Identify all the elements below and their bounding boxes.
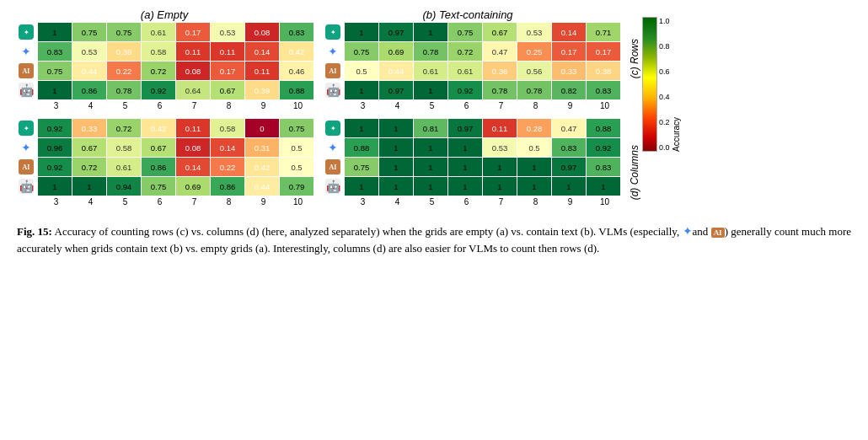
heatmap-cell: 0.22 bbox=[107, 62, 141, 80]
heatmap-cell: 1 bbox=[517, 177, 551, 196]
heatmap-cell: 0.56 bbox=[517, 62, 551, 80]
heatmap-cell: 1 bbox=[379, 138, 413, 157]
colorbar-ticks: 1.0 0.8 0.6 0.4 0.2 0.0 bbox=[657, 17, 670, 152]
heatmap-cell: 0.61 bbox=[142, 23, 175, 41]
heatmap-cell: 0.86 bbox=[72, 81, 106, 99]
heatmap-cell: 0.75 bbox=[72, 23, 106, 41]
heatmap-cell: 0.78 bbox=[517, 81, 551, 99]
heatmap-cell: 1 bbox=[345, 23, 378, 41]
heatmap-cell: 0.58 bbox=[211, 119, 244, 137]
icon-robot-row: 🤖 bbox=[17, 81, 35, 99]
x-axis-empty-rows: 3 4 5 6 7 8 9 10 bbox=[17, 101, 315, 110]
heatmap-cell: 0.88 bbox=[280, 81, 313, 99]
heatmap-cell: 0.33 bbox=[552, 62, 586, 80]
icon-gemini-row2: ✦ bbox=[324, 42, 342, 61]
main-container: (a) Empty (b) Text-containing ✦ ✦ AI 🤖 bbox=[17, 8, 851, 257]
heatmap-cell: 0.83 bbox=[38, 42, 72, 61]
heatmap-cell: 0.17 bbox=[176, 23, 210, 41]
heatmap-cell: 0.92 bbox=[38, 158, 72, 176]
heatmap-cell: 0.75 bbox=[38, 62, 72, 80]
heatmap-cell: 0.92 bbox=[448, 81, 482, 99]
heatmap-cell: 1 bbox=[483, 177, 517, 196]
heatmap-cell: 0.47 bbox=[483, 42, 517, 61]
heatmap-text-cols: ✦ ✦ AI 🤖 110.810.970.110.280.470.880.881… bbox=[324, 119, 622, 207]
heatmap-grid-empty-rows: 10.750.750.610.170.530.080.830.830.530.3… bbox=[38, 23, 313, 99]
icon-claude-row2: AI bbox=[324, 62, 342, 80]
title-text-containing: (b) Text-containing bbox=[320, 8, 615, 21]
heatmap-cell: 1 bbox=[72, 177, 106, 196]
heatmap-cell: 1 bbox=[38, 177, 72, 196]
heatmap-cell: 0.88 bbox=[587, 119, 620, 137]
icon-claude-col2: AI bbox=[324, 158, 342, 176]
heatmap-cell: 1 bbox=[345, 177, 378, 196]
x-axis-text-rows: 3 4 5 6 7 8 9 10 bbox=[324, 101, 622, 110]
heatmap-cell: 0.38 bbox=[587, 62, 620, 80]
heatmap-cell: 0.94 bbox=[107, 177, 141, 196]
heatmap-cell: 0.97 bbox=[448, 119, 482, 137]
heatmap-cell: 1 bbox=[448, 177, 482, 196]
icon-robot-col2: 🤖 bbox=[324, 177, 342, 196]
tick-06: 0.6 bbox=[659, 67, 670, 76]
heatmap-cell: 0.64 bbox=[176, 81, 210, 99]
heatmap-cell: 0.72 bbox=[72, 158, 106, 176]
heatmap-cell: 0.78 bbox=[483, 81, 517, 99]
heatmap-cell: 0.67 bbox=[142, 138, 175, 157]
heatmap-cell: 0.17 bbox=[552, 42, 586, 61]
colorbar-title: Accuracy bbox=[672, 17, 681, 152]
heatmap-cell: 0.72 bbox=[448, 42, 482, 61]
heatmap-cell: 0.5 bbox=[517, 138, 551, 157]
heatmap-cell: 1 bbox=[448, 138, 482, 157]
icon-gemini-row: ✦ bbox=[17, 42, 35, 61]
heatmap-cell: 0.58 bbox=[107, 138, 141, 157]
icon-gemini-col: ✦ bbox=[17, 138, 35, 157]
heatmap-cell: 0.39 bbox=[107, 42, 141, 61]
heatmap-text-rows: ✦ ✦ AI 🤖 10.9710.750.670.530.140.710.750… bbox=[324, 23, 622, 110]
heatmap-cell: 0.5 bbox=[280, 138, 313, 157]
heatmap-cell: 0.82 bbox=[552, 81, 586, 99]
heatmap-cell: 0.17 bbox=[211, 62, 244, 80]
heatmap-cell: 0.67 bbox=[211, 81, 244, 99]
heatmap-cell: 0.75 bbox=[345, 42, 378, 61]
heatmap-cell: 0.14 bbox=[176, 158, 210, 176]
heatmap-cell: 0.5 bbox=[345, 62, 378, 80]
icon-gpt-col: ✦ bbox=[17, 119, 35, 137]
heatmap-cell: 0.96 bbox=[38, 138, 72, 157]
heatmap-cell: 0.14 bbox=[211, 138, 244, 157]
caption-bold: Fig. 15: bbox=[17, 225, 52, 238]
icon-claude-inline: AI bbox=[711, 228, 725, 238]
heatmap-cell: 0.11 bbox=[211, 42, 244, 61]
heatmap-cell: 1 bbox=[345, 81, 378, 99]
full-layout: (a) Empty (b) Text-containing ✦ ✦ AI 🤖 bbox=[17, 8, 851, 219]
icon-robot-col: 🤖 bbox=[17, 177, 35, 196]
heatmap-cell: 0.47 bbox=[552, 119, 586, 137]
heatmap-cell: 0.83 bbox=[587, 81, 620, 99]
heatmap-cell: 0.61 bbox=[414, 62, 447, 80]
heatmap-cell: 0.75 bbox=[142, 177, 175, 196]
heatmap-cell: 1 bbox=[379, 158, 413, 176]
icon-claude-row: AI bbox=[17, 62, 35, 80]
heatmap-cell: 1 bbox=[587, 177, 620, 196]
heatmap-cell: 1 bbox=[448, 158, 482, 176]
tick-04: 0.4 bbox=[659, 93, 670, 101]
heatmap-cell: 0.58 bbox=[142, 42, 175, 61]
heatmap-cell: 0.36 bbox=[483, 62, 517, 80]
heatmap-cell: 0.75 bbox=[107, 23, 141, 41]
heatmap-cell: 0.67 bbox=[72, 138, 106, 157]
heatmap-cell: 0.71 bbox=[587, 23, 620, 41]
heatmap-cell: 0.97 bbox=[552, 158, 586, 176]
heatmap-grid-text-rows: 10.9710.750.670.530.140.710.750.690.780.… bbox=[345, 23, 620, 99]
heatmap-cell: 0.14 bbox=[552, 23, 586, 41]
heatmap-cell: 0.72 bbox=[142, 62, 175, 80]
heatmap-cell: 0.53 bbox=[517, 23, 551, 41]
heatmap-cell: 1 bbox=[483, 158, 517, 176]
icon-robot-row2: 🤖 bbox=[324, 81, 342, 99]
heatmap-cell: 0.83 bbox=[587, 158, 620, 176]
heatmap-cell: 0.14 bbox=[245, 42, 279, 61]
heatmap-cell: 1 bbox=[345, 119, 378, 137]
heatmap-cell: 0.17 bbox=[587, 42, 620, 61]
heatmap-cell: 0.79 bbox=[280, 177, 313, 196]
heatmap-cell: 0.46 bbox=[280, 62, 313, 80]
heatmap-cell: 0.61 bbox=[448, 62, 482, 80]
heatmap-cell: 0.44 bbox=[72, 62, 106, 80]
heatmap-cell: 0.72 bbox=[107, 119, 141, 137]
